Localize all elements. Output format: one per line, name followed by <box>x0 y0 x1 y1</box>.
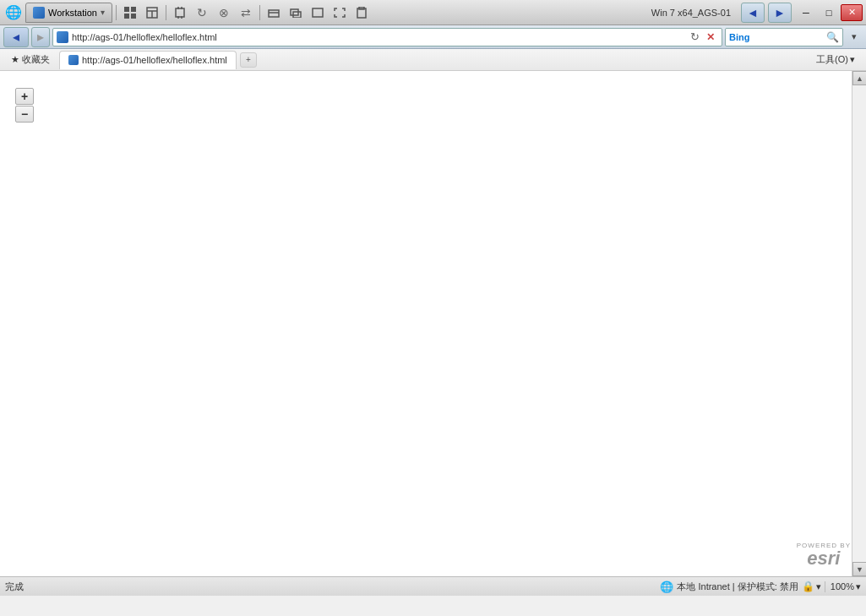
tab-icon <box>33 7 45 19</box>
title-back-btn[interactable]: ◄ <box>741 3 765 23</box>
zoom-level: 100% <box>831 581 854 591</box>
tools-dropdown-icon: ▾ <box>850 54 855 65</box>
tools-button[interactable]: 工具(O) ▾ <box>810 51 861 68</box>
favorites-button[interactable]: ★ 收藏夹 <box>5 51 56 68</box>
fullscreen-icon-btn[interactable] <box>330 3 350 22</box>
address-refresh-btn[interactable]: ↻ <box>686 29 703 46</box>
refresh-icon-btn[interactable]: ↻ <box>192 3 212 22</box>
scrollbar-right[interactable]: ▲ ▼ <box>852 71 866 576</box>
stop-icon-btn[interactable]: ⊗ <box>214 3 234 22</box>
minimize-window-btn[interactable]: ─ <box>795 4 817 21</box>
svg-rect-16 <box>313 8 323 17</box>
restore-window-btn[interactable]: □ <box>818 4 840 21</box>
fav-tab-icon <box>68 55 79 65</box>
tab-dropdown-icon[interactable]: ▾ <box>101 8 105 17</box>
bing-logo: Bing <box>729 32 749 42</box>
restore-icon-btn[interactable] <box>308 3 328 22</box>
back-btn[interactable]: ◂ <box>3 27 29 47</box>
scroll-up-btn[interactable]: ▲ <box>852 71 866 85</box>
grid-icon-btn[interactable] <box>120 3 140 22</box>
capture-icon-btn[interactable] <box>170 3 190 22</box>
workstation-tab[interactable]: Workstation ▾ <box>25 3 112 23</box>
zoom-in-btn[interactable]: + <box>15 88 34 105</box>
lock-icon: 🔒 <box>802 581 814 592</box>
search-icon[interactable]: 🔍 <box>826 31 839 43</box>
sync-icon-btn[interactable]: ⇄ <box>236 3 256 22</box>
url-icon <box>57 31 68 43</box>
tools-label: 工具(O) <box>816 53 848 66</box>
scroll-down-btn[interactable]: ▼ <box>852 562 866 576</box>
map-zoom-controls: + − <box>15 88 34 123</box>
favorites-tab[interactable]: http://ags-01/helloflex/helloflex.html <box>59 51 237 69</box>
svg-rect-12 <box>269 10 279 17</box>
address-bar-area: ◂ ▸ http://ags-01/helloflex/helloflex.ht… <box>0 25 866 49</box>
toolbar-separator-2 <box>166 5 166 20</box>
fav-tab-url: http://ags-01/helloflex/helloflex.html <box>82 55 227 65</box>
title-bar: 🌐 Workstation ▾ <box>0 0 866 25</box>
toolbar-separator-3 <box>259 5 260 20</box>
esri-logo: POWERED BY esri <box>797 542 851 568</box>
svg-rect-0 <box>124 7 129 12</box>
minimize-icon-btn[interactable] <box>286 3 306 22</box>
svg-rect-7 <box>176 8 184 17</box>
svg-rect-2 <box>124 14 129 19</box>
toolbar-right: 工具(O) ▾ <box>810 51 861 68</box>
browser-icon[interactable]: 🌐 <box>3 3 24 22</box>
address-text: http://ags-01/helloflex/helloflex.html <box>72 32 686 42</box>
window-controls: ─ □ ✕ <box>795 4 863 21</box>
address-x-btn[interactable]: ✕ <box>703 30 718 45</box>
layout-icon-btn[interactable] <box>142 3 162 22</box>
favorites-label: 收藏夹 <box>22 53 50 66</box>
status-intranet: 🌐 本地 Intranet | 保护模式: 禁用 <box>660 581 798 593</box>
status-right: 🌐 本地 Intranet | 保护模式: 禁用 🔒 ▾ 100% ▾ <box>660 581 861 593</box>
host-label: Win 7 x64_AGS-01 <box>651 8 731 18</box>
favorites-bar: ★ 收藏夹 http://ags-01/helloflex/helloflex.… <box>0 49 866 71</box>
search-box[interactable]: Bing 🔍 <box>725 28 843 46</box>
close-window-btn[interactable]: ✕ <box>841 4 863 21</box>
intranet-text: 本地 Intranet | 保护模式: 禁用 <box>677 581 798 593</box>
new-tab-btn[interactable]: + <box>240 52 257 68</box>
status-bar: 完成 🌐 本地 Intranet | 保护模式: 禁用 🔒 ▾ 100% ▾ <box>0 576 866 596</box>
svg-rect-3 <box>131 14 136 19</box>
search-dropdown-btn[interactable]: ▾ <box>846 29 863 46</box>
star-icon: ★ <box>11 54 19 65</box>
status-text: 完成 <box>5 581 660 593</box>
address-box[interactable]: http://ags-01/helloflex/helloflex.html ↻… <box>52 28 722 46</box>
scroll-track[interactable] <box>852 85 866 562</box>
title-bar-right: Win 7 x64_AGS-01 ◄ ► ─ □ ✕ <box>651 3 863 23</box>
forward-btn[interactable]: ▸ <box>31 27 50 47</box>
title-bar-left: 🌐 Workstation ▾ <box>3 3 651 23</box>
svg-rect-1 <box>131 7 136 12</box>
main-content: + − POWERED BY esri ▲ ▼ <box>0 71 866 576</box>
zoom-dropdown-icon[interactable]: ▾ <box>856 581 861 592</box>
esri-logo-text: esri <box>807 549 840 568</box>
globe-icon: 🌐 <box>660 581 673 593</box>
title-forward-btn[interactable]: ► <box>768 3 792 23</box>
status-zoom[interactable]: 100% ▾ <box>825 581 861 592</box>
window-icon-btn[interactable] <box>264 3 284 22</box>
tab-label: Workstation <box>48 8 97 18</box>
clipboard-icon-btn[interactable] <box>351 3 372 22</box>
zoom-out-btn[interactable]: − <box>15 106 34 123</box>
status-security[interactable]: 🔒 ▾ <box>802 581 821 592</box>
toolbar-separator-1 <box>116 5 117 20</box>
security-dropdown[interactable]: ▾ <box>816 581 821 592</box>
